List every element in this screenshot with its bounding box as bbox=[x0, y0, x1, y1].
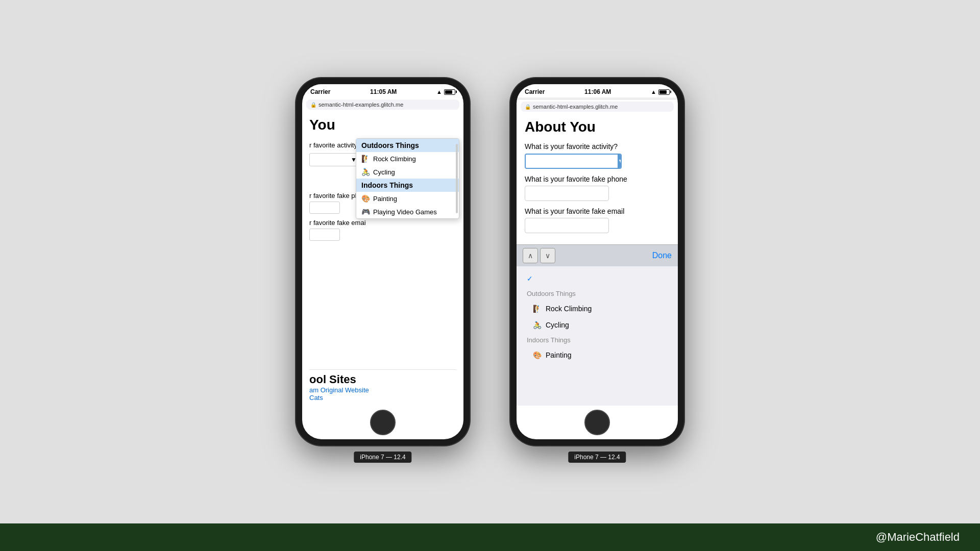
picker-next-btn[interactable]: ∨ bbox=[540, 248, 555, 263]
right-activity-input[interactable] bbox=[526, 155, 618, 168]
painting-select-label: Painting bbox=[546, 351, 572, 359]
dropdown-group2-label: Indoors Things bbox=[356, 179, 459, 192]
link-original-website[interactable]: am Original Website bbox=[309, 386, 456, 394]
left-address-bar[interactable]: 🔒 semantic-html-examples.glitch.me bbox=[306, 99, 459, 110]
right-activity-label: What is your favorite activity? bbox=[525, 142, 670, 151]
rock-climbing-select-label: Rock Climbing bbox=[546, 305, 592, 313]
left-phone-wrapper: Carrier 11:05 AM ▲ 🔒 semantic-html-examp… bbox=[296, 78, 470, 445]
left-dropdown-overlay[interactable]: Outdoors Things 🧗 Rock Climbing 🚴 Cyclin… bbox=[356, 138, 459, 219]
right-status-bar: Carrier 11:06 AM ▲ bbox=[517, 84, 678, 97]
right-select-arrow[interactable]: ▼ bbox=[618, 155, 622, 168]
main-content: Carrier 11:05 AM ▲ 🔒 semantic-html-examp… bbox=[0, 0, 980, 523]
left-home-button[interactable] bbox=[370, 410, 396, 435]
dropdown-group1-label: Outdoors Things bbox=[356, 139, 459, 152]
left-status-icons: ▲ bbox=[436, 89, 455, 95]
chevron-down-small-icon: ∨ bbox=[545, 252, 550, 260]
select-list-checked-item[interactable]: ✓ bbox=[517, 270, 678, 287]
cool-sites-heading: ool Sites bbox=[309, 373, 456, 386]
video-games-emoji: 🎮 bbox=[361, 208, 370, 216]
right-email-group: What is your favorite fake email bbox=[525, 207, 670, 233]
right-activity-select[interactable]: ▼ bbox=[525, 154, 622, 169]
right-iphone-frame: Carrier 11:06 AM ▲ 🔒 semantic-html-examp… bbox=[510, 78, 684, 445]
left-email-label: r favorite fake emai bbox=[309, 219, 456, 227]
left-iphone-screen: Carrier 11:05 AM ▲ 🔒 semantic-html-examp… bbox=[302, 84, 463, 439]
right-activity-group: What is your favorite activity? ▼ bbox=[525, 142, 670, 169]
select-group2-header: Indoors Things bbox=[517, 333, 678, 347]
right-phone-group: What is your favorite fake phone bbox=[525, 175, 670, 201]
left-phone-input[interactable] bbox=[309, 202, 340, 214]
right-battery-icon bbox=[658, 89, 670, 95]
right-status-icons: ▲ bbox=[651, 89, 670, 95]
picker-toolbar: ∧ ∨ Done bbox=[517, 244, 678, 266]
left-heading-partial: You bbox=[309, 117, 456, 133]
dropdown-item-painting[interactable]: 🎨 Painting bbox=[356, 192, 459, 205]
right-phone-input[interactable] bbox=[525, 186, 609, 201]
picker-nav: ∧ ∨ bbox=[523, 248, 555, 263]
dropdown-item-video-games[interactable]: 🎮 Playing Video Games bbox=[356, 205, 459, 218]
left-status-bar: Carrier 11:05 AM ▲ bbox=[302, 84, 463, 97]
right-home-button[interactable] bbox=[584, 410, 610, 435]
painting-emoji: 🎨 bbox=[361, 194, 370, 203]
dropdown-item-cycling[interactable]: 🚴 Cycling bbox=[356, 165, 459, 179]
scroll-indicator bbox=[517, 97, 678, 99]
chevron-up-icon: ∧ bbox=[528, 252, 533, 260]
rock-climbing-icon: 🧗 bbox=[533, 305, 542, 313]
right-wifi-icon: ▲ bbox=[651, 89, 656, 95]
select-item-painting[interactable]: 🎨 Painting bbox=[517, 347, 678, 363]
right-battery-fill bbox=[659, 90, 667, 94]
select-group1-header: Outdoors Things bbox=[517, 287, 678, 300]
right-phone-wrapper: Carrier 11:06 AM ▲ 🔒 semantic-html-examp… bbox=[510, 78, 684, 445]
link-cats[interactable]: Cats bbox=[309, 394, 456, 402]
picker-prev-btn[interactable]: ∧ bbox=[523, 248, 538, 263]
native-select-list[interactable]: ✓ Outdoors Things 🧗 Rock Climbing 🚴 Cycl… bbox=[517, 266, 678, 406]
right-screen-content: About You What is your favorite activity… bbox=[517, 114, 678, 406]
cool-sites-section: ool Sites am Original Website Cats bbox=[309, 369, 456, 406]
rock-climbing-label: Rock Climbing bbox=[373, 155, 416, 163]
cycling-emoji: 🚴 bbox=[361, 168, 370, 176]
right-time: 11:06 AM bbox=[584, 88, 611, 95]
right-iphone-screen: Carrier 11:06 AM ▲ 🔒 semantic-html-examp… bbox=[517, 84, 678, 439]
select-item-rock-climbing[interactable]: 🧗 Rock Climbing bbox=[517, 300, 678, 317]
painting-icon: 🎨 bbox=[533, 351, 542, 359]
lock-icon: 🔒 bbox=[310, 102, 316, 108]
battery-fill bbox=[445, 90, 452, 94]
right-email-label: What is your favorite fake email bbox=[525, 207, 670, 215]
left-carrier: Carrier bbox=[310, 88, 330, 95]
right-model-label: iPhone 7 — 12.4 bbox=[568, 452, 626, 463]
footer-username: @MarieChatfield bbox=[876, 531, 960, 544]
right-url: semantic-html-examples.glitch.me bbox=[533, 104, 618, 110]
select-item-cycling[interactable]: 🚴 Cycling bbox=[517, 317, 678, 333]
right-page-content: About You What is your favorite activity… bbox=[517, 114, 678, 244]
left-url: semantic-html-examples.glitch.me bbox=[318, 102, 403, 108]
right-lock-icon: 🔒 bbox=[525, 104, 531, 110]
check-icon: ✓ bbox=[527, 274, 533, 283]
cycling-select-label: Cycling bbox=[546, 321, 569, 329]
footer-bar: @MarieChatfield bbox=[0, 523, 980, 551]
cycling-label: Cycling bbox=[373, 168, 395, 176]
playing-label: Playing Video Games bbox=[373, 208, 437, 216]
wifi-icon: ▲ bbox=[436, 89, 442, 95]
left-select-trigger[interactable]: ▼ bbox=[309, 153, 360, 166]
left-email-input[interactable] bbox=[309, 229, 340, 241]
painting-label: Painting bbox=[373, 195, 397, 203]
left-screen-content: You r favorite activity? ▼ r favorite fa… bbox=[302, 112, 463, 406]
cycling-icon: 🚴 bbox=[533, 321, 542, 329]
rock-climbing-emoji: 🧗 bbox=[361, 155, 370, 163]
dropdown-scrollbar[interactable] bbox=[456, 144, 458, 213]
left-iphone-frame: Carrier 11:05 AM ▲ 🔒 semantic-html-examp… bbox=[296, 78, 470, 445]
battery-icon bbox=[444, 89, 455, 95]
left-time: 11:05 AM bbox=[370, 88, 397, 95]
picker-done-button[interactable]: Done bbox=[652, 251, 672, 260]
right-email-input[interactable] bbox=[525, 218, 609, 233]
right-chevron-down-icon: ▼ bbox=[618, 157, 622, 165]
left-model-label: iPhone 7 — 12.4 bbox=[354, 452, 411, 463]
right-address-bar[interactable]: 🔒 semantic-html-examples.glitch.me bbox=[521, 102, 674, 112]
dropdown-item-rock-climbing[interactable]: 🧗 Rock Climbing bbox=[356, 152, 459, 165]
right-phone-label: What is your favorite fake phone bbox=[525, 175, 670, 183]
right-about-you-heading: About You bbox=[525, 119, 670, 135]
right-carrier: Carrier bbox=[525, 88, 545, 95]
